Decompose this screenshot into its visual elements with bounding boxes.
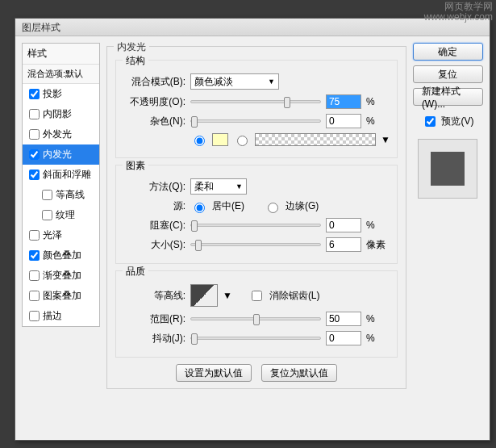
- preview-box: [418, 139, 477, 199]
- watermark: 网页教学网 www.webjx.com: [424, 2, 493, 23]
- sidebar-item-3[interactable]: 内发光: [23, 144, 99, 165]
- quality-legend: 品质: [123, 265, 148, 278]
- color-radio[interactable]: [194, 136, 205, 146]
- opacity-slider[interactable]: [190, 100, 321, 103]
- style-checkbox[interactable]: [29, 230, 40, 241]
- style-checkbox[interactable]: [42, 190, 52, 200]
- choke-input[interactable]: 0: [326, 218, 361, 232]
- style-checkbox[interactable]: [29, 109, 40, 119]
- style-checkbox[interactable]: [42, 210, 52, 220]
- style-label: 图案叠加: [43, 289, 81, 303]
- sidebar-item-7[interactable]: 光泽: [23, 225, 99, 245]
- sidebar-item-9[interactable]: 渐变叠加: [23, 266, 99, 286]
- style-label: 描边: [43, 309, 62, 323]
- action-column: 确定 复位 新建样式(W)... 预览(V): [413, 43, 483, 433]
- choke-slider[interactable]: [190, 224, 321, 227]
- style-label: 渐变叠加: [43, 269, 81, 283]
- style-label: 纹理: [56, 208, 75, 222]
- blend-mode-dropdown[interactable]: 颜色减淡 ▼: [190, 73, 279, 90]
- range-label: 范围(R):: [123, 312, 185, 326]
- sidebar-item-10[interactable]: 图案叠加: [23, 286, 99, 306]
- dialog-title: 图层样式: [22, 22, 60, 33]
- source-label: 源:: [123, 199, 185, 213]
- style-label: 投影: [43, 87, 62, 101]
- sidebar-item-1[interactable]: 内阴影: [23, 104, 99, 124]
- style-label: 内发光: [43, 148, 72, 161]
- jitter-label: 抖动(J):: [123, 332, 185, 345]
- ok-button[interactable]: 确定: [413, 43, 483, 61]
- source-center-radio[interactable]: [194, 203, 205, 213]
- gradient-swatch[interactable]: [255, 133, 376, 146]
- chevron-down-icon: ▼: [268, 77, 275, 86]
- style-checkbox[interactable]: [29, 89, 40, 99]
- style-checkbox[interactable]: [29, 250, 40, 261]
- sidebar-item-8[interactable]: 颜色叠加: [23, 245, 99, 266]
- chevron-down-icon: ▼: [235, 182, 243, 191]
- noise-input[interactable]: 0: [326, 114, 361, 128]
- range-slider[interactable]: [190, 317, 321, 320]
- size-slider[interactable]: [190, 243, 321, 246]
- panel-title: 内发光: [114, 40, 149, 54]
- opacity-label: 不透明度(O):: [123, 95, 185, 109]
- method-dropdown[interactable]: 柔和 ▼: [190, 178, 247, 195]
- style-label: 斜面和浮雕: [43, 168, 91, 182]
- settings-panel: 内发光 结构 混合模式(B): 颜色减淡 ▼ 不透明度(O): 75: [106, 43, 406, 433]
- blend-mode-label: 混合模式(B):: [123, 75, 185, 89]
- style-checkbox[interactable]: [29, 291, 40, 301]
- new-style-button[interactable]: 新建样式(W)...: [413, 88, 483, 106]
- style-label: 等高线: [56, 188, 85, 202]
- sidebar-item-6[interactable]: 纹理: [23, 205, 99, 225]
- chevron-down-icon[interactable]: ▼: [381, 134, 390, 145]
- style-checkbox[interactable]: [29, 129, 40, 140]
- contour-picker[interactable]: [190, 284, 218, 307]
- sidebar-item-5[interactable]: 等高线: [23, 185, 99, 205]
- method-label: 方法(Q):: [123, 180, 185, 194]
- style-checkbox[interactable]: [29, 311, 40, 321]
- color-swatch[interactable]: [212, 133, 228, 146]
- style-sidebar: 样式 混合选项:默认 投影内阴影外发光内发光斜面和浮雕等高线纹理光泽颜色叠加渐变…: [22, 43, 100, 433]
- styles-header[interactable]: 样式: [23, 44, 99, 65]
- jitter-input[interactable]: 0: [326, 331, 361, 345]
- style-label: 外发光: [43, 128, 72, 141]
- blend-options-header[interactable]: 混合选项:默认: [23, 65, 99, 84]
- set-default-button[interactable]: 设置为默认值: [176, 364, 252, 382]
- sidebar-item-4[interactable]: 斜面和浮雕: [23, 165, 99, 185]
- style-checkbox[interactable]: [29, 149, 40, 160]
- layer-style-dialog: 图层样式 样式 混合选项:默认 投影内阴影外发光内发光斜面和浮雕等高线纹理光泽颜…: [15, 18, 490, 441]
- opacity-input[interactable]: 75: [326, 94, 361, 109]
- structure-legend: 结构: [123, 54, 148, 68]
- choke-label: 阻塞(C):: [123, 219, 185, 232]
- reset-default-button[interactable]: 复位为默认值: [261, 364, 337, 382]
- sidebar-item-11[interactable]: 描边: [23, 306, 99, 326]
- noise-slider[interactable]: [190, 119, 321, 123]
- style-label: 光泽: [43, 228, 62, 242]
- sidebar-item-2[interactable]: 外发光: [23, 124, 99, 144]
- style-checkbox[interactable]: [29, 270, 40, 281]
- elements-legend: 图素: [123, 159, 148, 173]
- range-input[interactable]: 50: [326, 312, 361, 326]
- jitter-slider[interactable]: [190, 337, 321, 340]
- cancel-button[interactable]: 复位: [413, 65, 483, 83]
- preview-checkbox[interactable]: [425, 116, 436, 127]
- size-input[interactable]: 6: [326, 237, 361, 252]
- style-label: 内阴影: [43, 107, 72, 121]
- dialog-titlebar: 图层样式: [15, 19, 490, 36]
- sidebar-item-0[interactable]: 投影: [23, 84, 99, 104]
- style-checkbox[interactable]: [29, 170, 40, 180]
- gradient-radio[interactable]: [237, 136, 248, 146]
- style-label: 颜色叠加: [43, 249, 81, 262]
- size-label: 大小(S):: [123, 238, 185, 252]
- source-edge-radio[interactable]: [268, 203, 278, 213]
- antialias-checkbox[interactable]: [252, 291, 262, 301]
- noise-label: 杂色(N):: [123, 115, 185, 128]
- preview-swatch: [431, 152, 465, 186]
- contour-label: 等高线:: [123, 289, 185, 303]
- chevron-down-icon[interactable]: ▼: [223, 290, 232, 301]
